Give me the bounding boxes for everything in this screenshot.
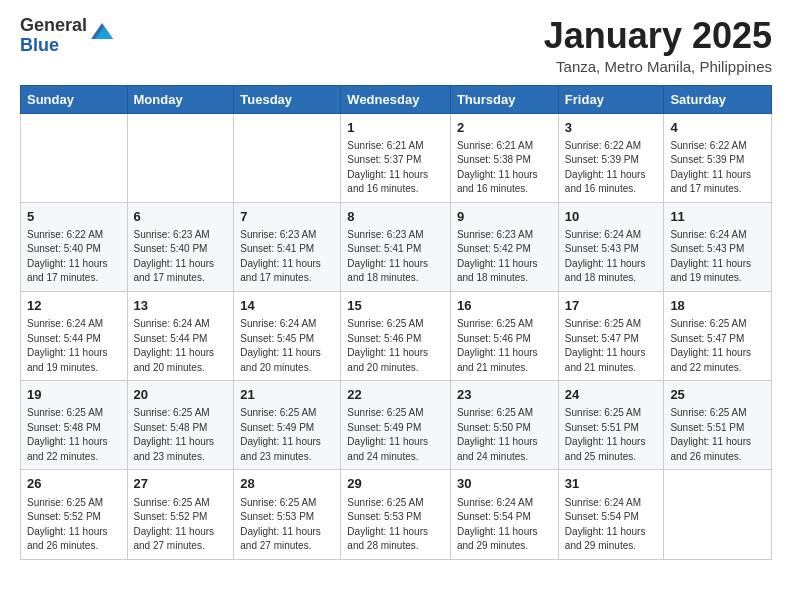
day-info: Sunrise: 6:23 AMSunset: 5:41 PMDaylight:…	[347, 228, 444, 286]
day-info: Sunrise: 6:25 AMSunset: 5:47 PMDaylight:…	[565, 317, 658, 375]
calendar-header-saturday: Saturday	[664, 85, 772, 113]
calendar-cell: 2Sunrise: 6:21 AMSunset: 5:38 PMDaylight…	[450, 113, 558, 202]
logo: General Blue	[20, 16, 113, 56]
calendar-cell: 23Sunrise: 6:25 AMSunset: 5:50 PMDayligh…	[450, 381, 558, 470]
calendar-cell: 22Sunrise: 6:25 AMSunset: 5:49 PMDayligh…	[341, 381, 451, 470]
day-info: Sunrise: 6:23 AMSunset: 5:42 PMDaylight:…	[457, 228, 552, 286]
calendar-cell: 4Sunrise: 6:22 AMSunset: 5:39 PMDaylight…	[664, 113, 772, 202]
day-info: Sunrise: 6:25 AMSunset: 5:53 PMDaylight:…	[240, 496, 334, 554]
day-number: 20	[134, 386, 228, 404]
day-info: Sunrise: 6:22 AMSunset: 5:39 PMDaylight:…	[670, 139, 765, 197]
calendar-cell: 21Sunrise: 6:25 AMSunset: 5:49 PMDayligh…	[234, 381, 341, 470]
day-number: 12	[27, 297, 121, 315]
day-info: Sunrise: 6:23 AMSunset: 5:41 PMDaylight:…	[240, 228, 334, 286]
calendar-cell: 8Sunrise: 6:23 AMSunset: 5:41 PMDaylight…	[341, 202, 451, 291]
day-number: 29	[347, 475, 444, 493]
day-info: Sunrise: 6:24 AMSunset: 5:54 PMDaylight:…	[565, 496, 658, 554]
calendar-week-row: 12Sunrise: 6:24 AMSunset: 5:44 PMDayligh…	[21, 291, 772, 380]
calendar-cell: 28Sunrise: 6:25 AMSunset: 5:53 PMDayligh…	[234, 470, 341, 559]
calendar-cell: 3Sunrise: 6:22 AMSunset: 5:39 PMDaylight…	[558, 113, 664, 202]
calendar-cell: 14Sunrise: 6:24 AMSunset: 5:45 PMDayligh…	[234, 291, 341, 380]
day-number: 15	[347, 297, 444, 315]
day-number: 18	[670, 297, 765, 315]
day-number: 21	[240, 386, 334, 404]
day-info: Sunrise: 6:24 AMSunset: 5:43 PMDaylight:…	[565, 228, 658, 286]
day-number: 30	[457, 475, 552, 493]
day-number: 23	[457, 386, 552, 404]
day-info: Sunrise: 6:24 AMSunset: 5:44 PMDaylight:…	[27, 317, 121, 375]
calendar-cell: 31Sunrise: 6:24 AMSunset: 5:54 PMDayligh…	[558, 470, 664, 559]
day-number: 25	[670, 386, 765, 404]
day-info: Sunrise: 6:22 AMSunset: 5:39 PMDaylight:…	[565, 139, 658, 197]
day-info: Sunrise: 6:25 AMSunset: 5:46 PMDaylight:…	[347, 317, 444, 375]
title-area: January 2025 Tanza, Metro Manila, Philip…	[544, 16, 772, 75]
day-info: Sunrise: 6:22 AMSunset: 5:40 PMDaylight:…	[27, 228, 121, 286]
logo-blue-text: Blue	[20, 36, 87, 56]
calendar-table: SundayMondayTuesdayWednesdayThursdayFrid…	[20, 85, 772, 560]
logo-icon	[91, 21, 113, 43]
calendar-header-thursday: Thursday	[450, 85, 558, 113]
calendar-cell: 27Sunrise: 6:25 AMSunset: 5:52 PMDayligh…	[127, 470, 234, 559]
calendar-cell: 13Sunrise: 6:24 AMSunset: 5:44 PMDayligh…	[127, 291, 234, 380]
calendar-header-monday: Monday	[127, 85, 234, 113]
day-number: 6	[134, 208, 228, 226]
day-number: 9	[457, 208, 552, 226]
calendar-cell: 24Sunrise: 6:25 AMSunset: 5:51 PMDayligh…	[558, 381, 664, 470]
day-number: 22	[347, 386, 444, 404]
day-info: Sunrise: 6:25 AMSunset: 5:52 PMDaylight:…	[27, 496, 121, 554]
calendar-cell: 9Sunrise: 6:23 AMSunset: 5:42 PMDaylight…	[450, 202, 558, 291]
day-info: Sunrise: 6:25 AMSunset: 5:48 PMDaylight:…	[134, 406, 228, 464]
day-number: 7	[240, 208, 334, 226]
day-number: 19	[27, 386, 121, 404]
day-info: Sunrise: 6:24 AMSunset: 5:44 PMDaylight:…	[134, 317, 228, 375]
calendar-header-friday: Friday	[558, 85, 664, 113]
day-number: 14	[240, 297, 334, 315]
day-info: Sunrise: 6:25 AMSunset: 5:51 PMDaylight:…	[565, 406, 658, 464]
day-number: 10	[565, 208, 658, 226]
day-number: 28	[240, 475, 334, 493]
day-number: 8	[347, 208, 444, 226]
calendar-cell	[664, 470, 772, 559]
calendar-week-row: 19Sunrise: 6:25 AMSunset: 5:48 PMDayligh…	[21, 381, 772, 470]
day-info: Sunrise: 6:25 AMSunset: 5:52 PMDaylight:…	[134, 496, 228, 554]
calendar-cell: 10Sunrise: 6:24 AMSunset: 5:43 PMDayligh…	[558, 202, 664, 291]
day-info: Sunrise: 6:25 AMSunset: 5:48 PMDaylight:…	[27, 406, 121, 464]
calendar-cell	[127, 113, 234, 202]
day-number: 5	[27, 208, 121, 226]
calendar-cell: 7Sunrise: 6:23 AMSunset: 5:41 PMDaylight…	[234, 202, 341, 291]
calendar-cell: 25Sunrise: 6:25 AMSunset: 5:51 PMDayligh…	[664, 381, 772, 470]
day-number: 4	[670, 119, 765, 137]
calendar-cell: 5Sunrise: 6:22 AMSunset: 5:40 PMDaylight…	[21, 202, 128, 291]
calendar-week-row: 1Sunrise: 6:21 AMSunset: 5:37 PMDaylight…	[21, 113, 772, 202]
calendar-cell	[21, 113, 128, 202]
location-subtitle: Tanza, Metro Manila, Philippines	[544, 58, 772, 75]
day-info: Sunrise: 6:21 AMSunset: 5:38 PMDaylight:…	[457, 139, 552, 197]
calendar-week-row: 26Sunrise: 6:25 AMSunset: 5:52 PMDayligh…	[21, 470, 772, 559]
calendar-cell: 18Sunrise: 6:25 AMSunset: 5:47 PMDayligh…	[664, 291, 772, 380]
month-title: January 2025	[544, 16, 772, 56]
calendar-cell: 19Sunrise: 6:25 AMSunset: 5:48 PMDayligh…	[21, 381, 128, 470]
day-info: Sunrise: 6:25 AMSunset: 5:50 PMDaylight:…	[457, 406, 552, 464]
day-number: 11	[670, 208, 765, 226]
day-number: 24	[565, 386, 658, 404]
day-info: Sunrise: 6:25 AMSunset: 5:49 PMDaylight:…	[347, 406, 444, 464]
day-number: 2	[457, 119, 552, 137]
day-number: 27	[134, 475, 228, 493]
calendar-cell: 12Sunrise: 6:24 AMSunset: 5:44 PMDayligh…	[21, 291, 128, 380]
day-number: 1	[347, 119, 444, 137]
day-info: Sunrise: 6:25 AMSunset: 5:47 PMDaylight:…	[670, 317, 765, 375]
calendar-cell: 26Sunrise: 6:25 AMSunset: 5:52 PMDayligh…	[21, 470, 128, 559]
day-number: 31	[565, 475, 658, 493]
day-info: Sunrise: 6:24 AMSunset: 5:43 PMDaylight:…	[670, 228, 765, 286]
calendar-cell	[234, 113, 341, 202]
day-number: 16	[457, 297, 552, 315]
calendar-cell: 20Sunrise: 6:25 AMSunset: 5:48 PMDayligh…	[127, 381, 234, 470]
calendar-week-row: 5Sunrise: 6:22 AMSunset: 5:40 PMDaylight…	[21, 202, 772, 291]
logo-general-text: General	[20, 16, 87, 36]
calendar-header-wednesday: Wednesday	[341, 85, 451, 113]
day-number: 3	[565, 119, 658, 137]
day-info: Sunrise: 6:25 AMSunset: 5:46 PMDaylight:…	[457, 317, 552, 375]
day-info: Sunrise: 6:21 AMSunset: 5:37 PMDaylight:…	[347, 139, 444, 197]
day-number: 17	[565, 297, 658, 315]
calendar-cell: 17Sunrise: 6:25 AMSunset: 5:47 PMDayligh…	[558, 291, 664, 380]
